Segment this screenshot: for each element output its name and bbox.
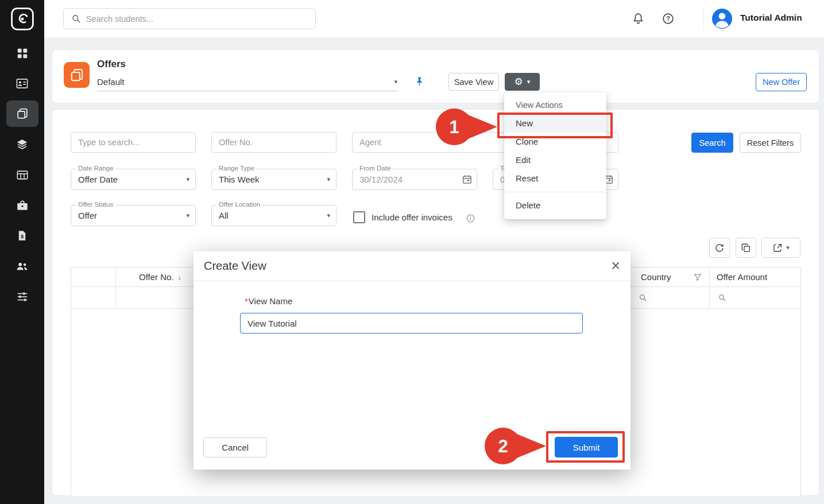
menu-item-edit[interactable]: Edit — [504, 151, 606, 169]
sidebar-item-dashboard[interactable] — [0, 38, 44, 68]
search-icon — [71, 14, 81, 24]
chevron-down-icon: ▾ — [527, 79, 531, 85]
menu-item-clone[interactable]: Clone — [504, 133, 606, 151]
sidebar: $ — [0, 0, 44, 504]
columns-icon — [741, 243, 751, 253]
sidebar-item-courses[interactable] — [0, 129, 44, 160]
chevron-down-icon: ▾ — [327, 176, 330, 183]
svg-text:?: ? — [666, 15, 670, 22]
include-invoices-label: Include offer invoices — [372, 212, 452, 222]
header-cell-select — [71, 267, 116, 286]
topbar-divider — [703, 7, 703, 30]
topbar: ? Tutorial Admin — [44, 0, 824, 38]
avatar-icon — [712, 9, 732, 29]
offers-module-tile — [64, 62, 90, 88]
chevron-down-icon: ▾ — [186, 212, 189, 219]
offer-status-label: Offer Status — [76, 201, 115, 208]
columns-button[interactable] — [736, 238, 756, 258]
search-button[interactable]: Search — [691, 133, 733, 153]
tune-icon — [16, 290, 29, 303]
close-icon[interactable]: × — [611, 256, 620, 276]
search-icon — [718, 293, 726, 302]
view-actions-menu-header: View Actions — [504, 95, 606, 114]
filter-cell — [71, 287, 116, 308]
view-name-input[interactable] — [240, 313, 583, 334]
offers-icon — [69, 68, 84, 83]
from-date-label: From Date — [357, 165, 393, 172]
modal-header: Create View — [194, 251, 630, 281]
sidebar-item-offers[interactable] — [6, 100, 38, 127]
sidebar-item-agents[interactable] — [0, 251, 44, 281]
help-icon: ? — [661, 12, 675, 25]
chevron-down-icon: ▾ — [394, 79, 397, 85]
help-button[interactable]: ? — [661, 12, 675, 25]
funnel-icon[interactable] — [693, 273, 702, 282]
required-mark: * — [245, 296, 248, 306]
sidebar-item-contacts[interactable] — [0, 68, 44, 99]
page-title: Offers — [97, 59, 126, 70]
keyword-search-input[interactable] — [71, 132, 196, 153]
app-logo[interactable] — [0, 0, 44, 38]
country-filter-cell[interactable] — [630, 287, 710, 308]
from-date-field[interactable]: From Date 30/12/2024 — [352, 169, 477, 190]
offer-location-value: All — [212, 206, 336, 226]
menu-item-delete[interactable]: Delete — [504, 196, 606, 215]
include-invoices-checkbox[interactable] — [353, 211, 365, 223]
cancel-button[interactable]: Cancel — [203, 437, 267, 458]
briefcase-icon — [16, 199, 29, 212]
global-search[interactable] — [63, 8, 316, 29]
reset-filters-button[interactable]: Reset Filters — [740, 133, 801, 153]
menu-item-new[interactable]: New — [504, 114, 606, 133]
sidebar-item-invoices[interactable]: $ — [0, 220, 44, 251]
app-logo-icon — [10, 7, 34, 31]
app-root: $ ? Tutorial Admin — [0, 0, 824, 504]
user-avatar[interactable] — [712, 9, 732, 29]
refresh-icon — [714, 243, 725, 253]
gear-icon: ⚙ — [514, 77, 523, 87]
offer-location-label: Offer Location — [216, 201, 262, 208]
search-input[interactable] — [86, 14, 308, 24]
filter-cell — [116, 287, 196, 308]
menu-item-reset[interactable]: Reset — [504, 169, 606, 188]
sort-desc-icon[interactable]: ↓ — [178, 273, 182, 281]
menu-divider — [504, 192, 606, 192]
search-icon — [639, 293, 647, 302]
info-icon[interactable] — [466, 214, 475, 223]
offers-icon — [16, 107, 29, 120]
pin-view-button[interactable] — [414, 76, 425, 88]
agents-icon — [16, 259, 29, 273]
chevron-down-icon: ▾ — [327, 212, 330, 219]
sidebar-item-tables[interactable] — [0, 160, 44, 190]
export-button[interactable]: ▾ — [761, 238, 800, 258]
refresh-button[interactable] — [709, 238, 730, 258]
header-cell-offer-amount[interactable]: Offer Amount — [710, 267, 800, 286]
sidebar-item-briefcase[interactable] — [0, 190, 44, 220]
invoice-icon: $ — [16, 230, 28, 242]
calendar-icon — [462, 174, 473, 185]
range-type-select[interactable]: Range Type This Week ▾ — [211, 169, 336, 190]
view-select[interactable]: Default ▾ — [97, 74, 399, 91]
view-select-value: Default — [97, 77, 125, 87]
offer-no-input[interactable] — [211, 132, 336, 153]
header-cell-offer-no[interactable]: Offer No. ↓ — [116, 267, 196, 286]
submit-button[interactable]: Submit — [555, 437, 618, 458]
user-name[interactable]: Tutorial Admin — [740, 13, 802, 23]
offer-status-select[interactable]: Offer Status Offer ▾ — [71, 205, 196, 226]
date-range-select[interactable]: Date Range Offer Date ▾ — [71, 169, 196, 190]
sidebar-nav: $ — [0, 38, 44, 312]
page-header-card: Offers Default ▾ Save View ⚙ ▾ New Offer — [52, 49, 819, 103]
offer-location-select[interactable]: Offer Location All ▾ — [211, 205, 336, 226]
header-cell-country[interactable]: Country — [630, 267, 710, 286]
table-icon — [16, 169, 29, 181]
chevron-down-icon: ▾ — [786, 245, 790, 251]
export-icon — [772, 243, 783, 253]
sidebar-item-settings[interactable] — [0, 281, 44, 312]
notifications-button[interactable] — [632, 12, 645, 25]
view-actions-button[interactable]: ⚙ ▾ — [505, 73, 540, 91]
save-view-button[interactable]: Save View — [448, 73, 499, 91]
from-date-value: 30/12/2024 — [353, 169, 477, 189]
offer-status-value: Offer — [71, 206, 195, 226]
amount-filter-cell[interactable] — [710, 287, 800, 308]
new-offer-button[interactable]: New Offer — [756, 73, 807, 91]
courses-icon — [16, 138, 29, 151]
